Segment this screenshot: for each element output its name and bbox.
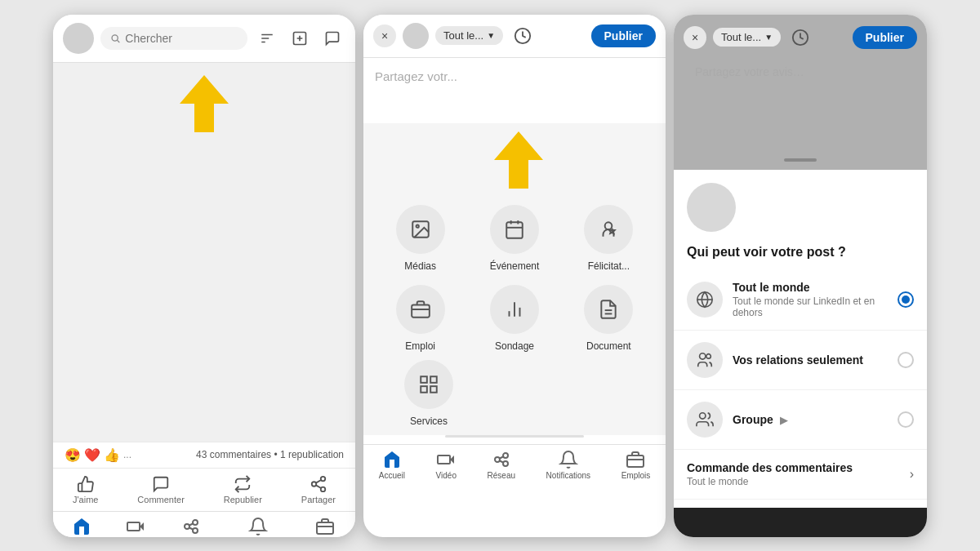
visibility-text-groupe: Groupe ▶ (733, 413, 888, 426)
media-item-emploi[interactable]: Emploi (380, 285, 461, 352)
comments-setting-title: Commande des commentaires (687, 461, 910, 474)
panel1-actions: J'aime Commenter Republier Partager (53, 468, 355, 511)
audience-label: Tout le... (443, 29, 483, 42)
partager-button[interactable]: Partager (301, 475, 336, 504)
nav-accueil[interactable]: Accueil (69, 517, 95, 537)
panel2-nav: Accueil Vidéo Réseau Notifications (363, 444, 666, 483)
panel3-publish-button[interactable]: Publier (853, 26, 917, 49)
panel3-close-button[interactable]: × (684, 26, 706, 49)
media-item-sondage[interactable]: Sondage (474, 285, 555, 352)
comments-setting[interactable]: Commande des commentaires Tout le monde … (674, 450, 927, 500)
reaction-heart: ❤️ (84, 447, 100, 463)
share-icon (310, 475, 327, 493)
svg-line-12 (316, 485, 321, 488)
visibility-title-tout-monde: Tout le monde (733, 281, 888, 294)
felicitations-icon (584, 205, 633, 254)
radio-relations[interactable] (898, 352, 914, 368)
svg-rect-44 (430, 386, 437, 393)
home-icon (72, 517, 91, 536)
panel3-compose-text[interactable]: Partagez votre avis… (684, 59, 917, 85)
nav-video[interactable]: Vidéo (126, 517, 146, 537)
phone-panel-1: 😍 ❤️ 👍 ... 43 commentaires • 1 republica… (53, 15, 355, 537)
video-icon-2 (436, 450, 456, 469)
comments-chevron-icon: › (910, 467, 914, 482)
svg-rect-33 (412, 304, 430, 317)
add-post-icon[interactable] (287, 25, 313, 51)
media-item-medias[interactable]: Médias (380, 205, 461, 272)
radio-groupe[interactable] (898, 411, 914, 428)
panel3-chevron-icon: ▼ (764, 33, 773, 42)
comments-setting-sub: Tout le monde (687, 476, 910, 487)
sort-icon[interactable] (254, 25, 280, 51)
svg-point-10 (312, 482, 317, 487)
svg-point-60 (700, 412, 706, 418)
nav2-emplois[interactable]: Emplois (621, 450, 651, 480)
svg-rect-43 (421, 386, 427, 393)
svg-point-11 (321, 487, 326, 491)
sondage-label: Sondage (495, 340, 534, 352)
commenter-button[interactable]: Commenter (137, 475, 184, 504)
media-item-felicitations[interactable]: Félicitat... (568, 205, 649, 272)
message-icon[interactable] (319, 25, 345, 51)
nav2-accueil-label: Accueil (379, 471, 405, 480)
publish-button[interactable]: Publier (591, 24, 656, 47)
network-icon (181, 517, 201, 536)
svg-rect-14 (127, 522, 140, 531)
profile-section (674, 170, 927, 245)
clock-icon[interactable] (510, 23, 536, 49)
search-bar[interactable] (100, 27, 247, 50)
profile-avatar (687, 183, 736, 232)
media-item-evenement[interactable]: Événement (474, 205, 555, 272)
partager-label: Partager (301, 495, 336, 504)
repost-icon (234, 475, 252, 493)
svg-point-17 (185, 524, 189, 529)
visibility-title-groupe: Groupe ▶ (733, 413, 888, 426)
svg-point-48 (495, 457, 500, 462)
reactions-bar: 😍 ❤️ 👍 ... 43 commentaires • 1 republica… (53, 442, 355, 468)
connections-icon (687, 342, 723, 378)
nav-emplois[interactable]: Emplois (311, 517, 341, 537)
media-item-document[interactable]: Document (568, 285, 649, 352)
compose-area[interactable]: Partagez votr... (363, 58, 666, 123)
nav2-video[interactable]: Vidéo (436, 450, 457, 480)
visibility-option-groupe[interactable]: Groupe ▶ (674, 390, 927, 450)
republier-button[interactable]: Republier (224, 475, 262, 504)
group-icon (687, 402, 723, 438)
bell-icon (248, 517, 268, 536)
felicitations-label: Félicitat... (588, 260, 630, 272)
nav2-reseau[interactable]: Réseau (488, 450, 515, 480)
video-icon (126, 517, 145, 536)
nav2-notifications[interactable]: Notifications (546, 450, 590, 480)
svg-point-47 (503, 453, 508, 458)
svg-point-27 (416, 224, 418, 227)
nav2-accueil[interactable]: Accueil (379, 450, 405, 480)
phone-panel-3: × Tout le... ▼ Publier Partagez votre av… (674, 15, 927, 537)
visibility-option-relations[interactable]: Vos relations seulement (674, 331, 927, 390)
medias-label: Médias (404, 260, 436, 272)
search-input[interactable] (125, 32, 238, 45)
audience-selector[interactable]: Tout le... ▼ (435, 26, 503, 45)
visibility-option-tout-monde[interactable]: Tout le monde Tout le monde sur LinkedIn… (674, 269, 927, 331)
commenter-label: Commenter (137, 495, 184, 504)
media-item-services[interactable]: Services (404, 360, 453, 427)
chevron-down-icon: ▼ (487, 31, 495, 40)
jaime-button[interactable]: J'aime (73, 475, 98, 504)
phone-panel-2: × Tout le... ▼ Publier Partagez votr... (363, 15, 666, 537)
services-row: Services (363, 360, 666, 435)
panel3-clock-icon[interactable] (787, 24, 813, 51)
bottom-bar (674, 508, 927, 537)
nav2-emplois-label: Emplois (621, 471, 651, 480)
radio-inner-tout-monde (902, 295, 910, 304)
svg-line-19 (189, 523, 193, 525)
drag-handle (784, 158, 817, 162)
svg-point-59 (706, 353, 711, 358)
nav-reseau[interactable]: Réseau (177, 517, 205, 537)
comments-count: 43 commentaires • 1 republication (196, 449, 344, 460)
nav-notifications[interactable]: Notifications (236, 517, 280, 537)
visibility-text-relations: Vos relations seulement (733, 353, 888, 367)
close-button[interactable]: × (373, 24, 396, 47)
visibility-text-tout-monde: Tout le monde Tout le monde sur LinkedIn… (733, 281, 888, 318)
sondage-icon (490, 285, 539, 334)
radio-tout-monde[interactable] (898, 291, 914, 308)
panel3-audience-selector[interactable]: Tout le... ▼ (713, 28, 781, 47)
